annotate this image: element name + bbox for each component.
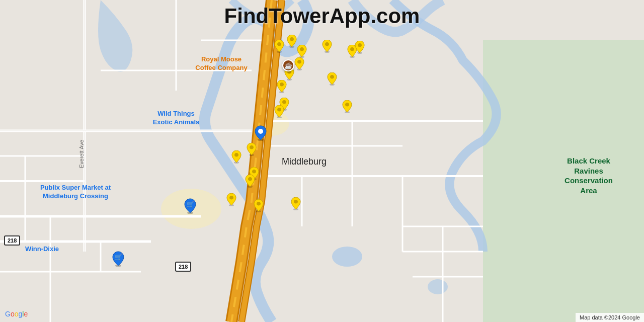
tower-pin[interactable] bbox=[342, 100, 353, 113]
tower-pin[interactable] bbox=[274, 105, 285, 118]
tower-pin[interactable] bbox=[253, 199, 264, 212]
tower-pin[interactable] bbox=[245, 175, 256, 188]
route-218-sign-bottom: 218 bbox=[175, 262, 191, 272]
royal-moose-label: Royal Moose Coffee Company bbox=[184, 55, 259, 72]
svg-text:🛒: 🛒 bbox=[187, 200, 194, 208]
everett-ave-label: Everett Ave bbox=[78, 140, 85, 168]
tower-pin[interactable] bbox=[354, 41, 365, 54]
site-title: FindTowerApp.com bbox=[224, 4, 420, 28]
wild-things-label: Wild Things Exotic Animals bbox=[136, 110, 216, 127]
tower-pin[interactable] bbox=[327, 72, 338, 86]
tower-pin[interactable] bbox=[296, 45, 307, 58]
publix-label: Publix Super Market at Middleburg Crossi… bbox=[25, 184, 126, 201]
tower-pin[interactable] bbox=[294, 57, 305, 70]
black-creek-label: Black Creek Ravines Conservation Area bbox=[543, 156, 634, 195]
publix-pin[interactable]: 🛒 bbox=[184, 198, 197, 214]
tower-pin[interactable] bbox=[246, 143, 257, 156]
winn-dixie-label: Winn-Dixie bbox=[25, 245, 59, 254]
svg-point-5 bbox=[428, 279, 448, 294]
coffee-marker[interactable]: ☕ bbox=[282, 59, 294, 71]
tower-pin[interactable] bbox=[231, 150, 242, 164]
tower-pin[interactable] bbox=[274, 40, 285, 53]
tower-pin[interactable] bbox=[276, 80, 287, 93]
map-attribution: Map data ©2024 Google bbox=[576, 313, 644, 322]
map-container: FindTowerApp.com Royal Moose Coffee Comp… bbox=[0, 0, 644, 322]
svg-point-4 bbox=[332, 247, 362, 267]
tower-pin[interactable] bbox=[321, 40, 333, 53]
tower-pin[interactable] bbox=[290, 197, 301, 210]
svg-text:🛒: 🛒 bbox=[115, 253, 122, 261]
tower-pin[interactable] bbox=[286, 35, 297, 48]
route-218-sign-left: 218 bbox=[4, 235, 20, 246]
wild-things-pin[interactable] bbox=[254, 125, 267, 141]
middleburg-label: Middleburg bbox=[282, 156, 327, 168]
tower-pin[interactable] bbox=[226, 193, 237, 206]
svg-point-52 bbox=[258, 129, 263, 134]
google-logo: Google bbox=[5, 310, 28, 318]
winn-dixie-pin[interactable]: 🛒 bbox=[112, 251, 125, 267]
